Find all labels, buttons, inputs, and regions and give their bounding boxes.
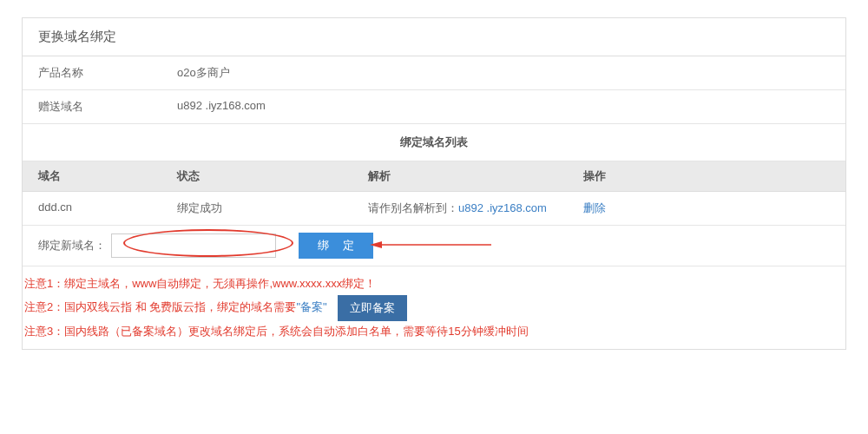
bind-button[interactable]: 绑 定 [299, 233, 373, 259]
note-2-text: 注意2：国内双线云指 和 免费版云指，绑定的域名需要 [24, 297, 296, 319]
domain-binding-panel: 更换域名绑定 产品名称 o2o多商户 赠送域名 u892 .iyz168.com… [22, 17, 846, 350]
domain-table: 域名 状态 解析 操作 ddd.cn 绑定成功 请作别名解析到：u892 .iy… [23, 161, 845, 226]
annotation-arrow-icon [370, 241, 491, 259]
domain-list-title: 绑定域名列表 [23, 124, 845, 161]
th-status: 状态 [161, 161, 352, 192]
th-domain: 域名 [23, 161, 161, 192]
resolve-target: u892 .iyz168.com [458, 201, 547, 214]
new-domain-input[interactable] [111, 233, 276, 258]
product-row: 产品名称 o2o多商户 [23, 56, 845, 90]
note-2-quoted: "备案" [296, 297, 326, 319]
notes-block: 注意1：绑定主域名，www自动绑定，无须再操作,www.xxxx.xxx绑定！ … [23, 266, 845, 349]
note-2: 注意2：国内双线云指 和 免费版云指，绑定的域名需要 "备案" 立即备案 [24, 295, 845, 321]
th-action: 操作 [568, 161, 845, 192]
panel-title: 更换域名绑定 [23, 18, 845, 56]
note-3: 注意3：国内线路（已备案域名）更改域名绑定后，系统会自动添加白名单，需要等待15… [24, 321, 845, 343]
cell-action: 删除 [568, 192, 845, 226]
th-resolve: 解析 [352, 161, 568, 192]
bind-new-domain-row: 绑定新域名： 绑 定 [23, 226, 845, 266]
bind-label: 绑定新域名： [38, 238, 106, 253]
gift-domain-row: 赠送域名 u892 .iyz168.com [23, 90, 845, 124]
product-label: 产品名称 [23, 56, 161, 89]
gift-domain-label: 赠送域名 [23, 90, 161, 123]
register-now-button[interactable]: 立即备案 [338, 295, 407, 321]
product-value: o2o多商户 [161, 56, 845, 89]
table-row: ddd.cn 绑定成功 请作别名解析到：u892 .iyz168.com 删除 [23, 192, 845, 226]
gift-domain-value: u892 .iyz168.com [161, 90, 845, 123]
delete-link[interactable]: 删除 [583, 201, 606, 214]
cell-resolve: 请作别名解析到：u892 .iyz168.com [352, 192, 568, 226]
cell-domain: ddd.cn [23, 192, 161, 226]
resolve-prefix: 请作别名解析到： [368, 201, 458, 214]
note-1: 注意1：绑定主域名，www自动绑定，无须再操作,www.xxxx.xxx绑定！ [24, 273, 845, 295]
cell-status: 绑定成功 [161, 192, 352, 226]
